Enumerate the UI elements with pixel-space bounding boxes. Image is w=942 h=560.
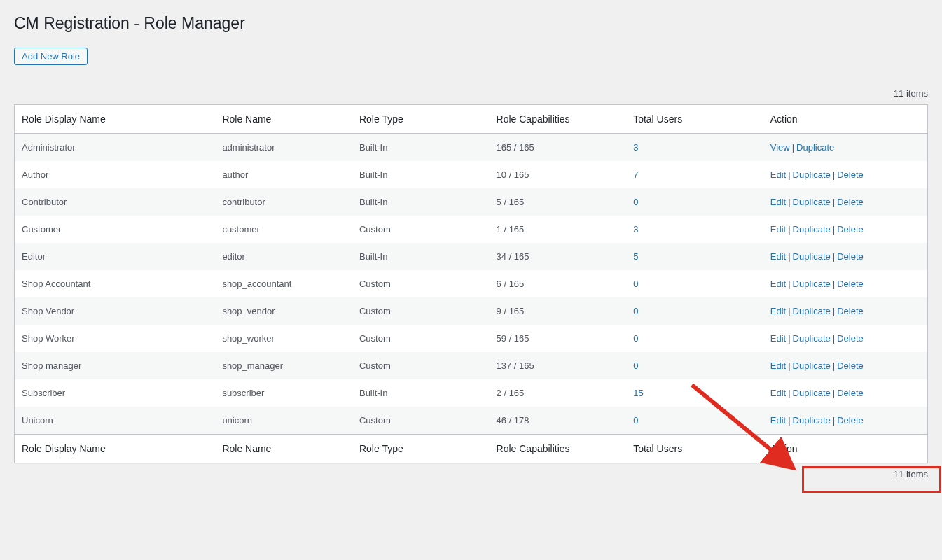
action-separator: | <box>792 142 794 153</box>
table-row: Shop Workershop_workerCustom59 / 1650Edi… <box>15 325 928 352</box>
cell-action: Edit|Duplicate|Delete <box>763 216 928 243</box>
delete-link[interactable]: Delete <box>837 360 864 371</box>
total-users-link[interactable]: 0 <box>633 333 638 344</box>
cell-total-users: 0 <box>626 298 763 325</box>
cell-role-type: Built-In <box>352 379 490 407</box>
footer-role-type[interactable]: Role Type <box>352 434 490 463</box>
duplicate-link[interactable]: Duplicate <box>793 415 831 426</box>
action-separator: | <box>788 415 790 426</box>
cell-role-type: Custom <box>352 325 490 352</box>
action-separator: | <box>833 197 835 207</box>
duplicate-link[interactable]: Duplicate <box>793 279 831 289</box>
total-users-link[interactable]: 0 <box>633 306 638 316</box>
cell-total-users: 7 <box>626 161 763 188</box>
table-row: SubscribersubscriberBuilt-In2 / 16515Edi… <box>15 379 928 407</box>
delete-link[interactable]: Delete <box>837 388 864 398</box>
header-display-name[interactable]: Role Display Name <box>15 104 216 133</box>
delete-link[interactable]: Delete <box>837 224 864 234</box>
duplicate-link[interactable]: Duplicate <box>793 388 831 398</box>
cell-action: Edit|Duplicate|Delete <box>763 352 928 379</box>
footer-role-capabilities[interactable]: Role Capabilities <box>490 434 627 463</box>
header-total-users[interactable]: Total Users <box>626 104 763 133</box>
cell-display-name: Unicorn <box>15 407 216 435</box>
edit-link[interactable]: Edit <box>770 169 786 180</box>
total-users-link[interactable]: 0 <box>633 360 638 371</box>
delete-link[interactable]: Delete <box>837 333 864 344</box>
duplicate-link[interactable]: Duplicate <box>793 360 831 371</box>
total-users-link[interactable]: 3 <box>633 142 638 153</box>
edit-link[interactable]: Edit <box>770 415 786 426</box>
delete-link[interactable]: Delete <box>837 279 864 289</box>
cell-display-name: Contributor <box>15 188 216 216</box>
cell-role-name: author <box>215 161 352 188</box>
cell-action: Edit|Duplicate|Delete <box>763 379 928 407</box>
footer-action[interactable]: Action <box>763 434 928 463</box>
cell-action: Edit|Duplicate|Delete <box>763 188 928 216</box>
footer-display-name[interactable]: Role Display Name <box>15 434 216 463</box>
total-users-link[interactable]: 5 <box>633 251 638 262</box>
header-role-capabilities[interactable]: Role Capabilities <box>490 104 627 133</box>
view-link[interactable]: View <box>770 142 790 153</box>
duplicate-link[interactable]: Duplicate <box>793 333 831 344</box>
table-row: EditoreditorBuilt-In34 / 1655Edit|Duplic… <box>15 243 928 270</box>
cell-role-name: customer <box>215 216 352 243</box>
table-row: ContributorcontributorBuilt-In5 / 1650Ed… <box>15 188 928 216</box>
table-row: UnicornunicornCustom46 / 1780Edit|Duplic… <box>15 407 928 435</box>
action-separator: | <box>788 333 790 344</box>
action-separator: | <box>788 224 790 234</box>
header-action[interactable]: Action <box>763 104 928 133</box>
action-separator: | <box>833 251 835 262</box>
action-separator: | <box>788 279 790 289</box>
action-separator: | <box>788 360 790 371</box>
total-users-link[interactable]: 3 <box>633 224 638 234</box>
delete-link[interactable]: Delete <box>837 197 864 207</box>
total-users-link[interactable]: 0 <box>633 279 638 289</box>
edit-link[interactable]: Edit <box>770 306 786 316</box>
cell-total-users: 0 <box>626 325 763 352</box>
delete-link[interactable]: Delete <box>837 169 864 180</box>
cell-role-type: Built-In <box>352 188 490 216</box>
add-new-role-button[interactable]: Add New Role <box>14 48 88 65</box>
cell-role-capabilities: 46 / 178 <box>490 407 627 435</box>
cell-role-capabilities: 9 / 165 <box>490 298 627 325</box>
total-users-link[interactable]: 7 <box>633 169 638 180</box>
duplicate-link[interactable]: Duplicate <box>793 224 831 234</box>
cell-action: Edit|Duplicate|Delete <box>763 407 928 435</box>
footer-role-name[interactable]: Role Name <box>215 434 352 463</box>
delete-link[interactable]: Delete <box>837 251 864 262</box>
duplicate-link[interactable]: Duplicate <box>796 142 834 153</box>
duplicate-link[interactable]: Duplicate <box>793 169 831 180</box>
footer-total-users[interactable]: Total Users <box>626 434 763 463</box>
cell-role-capabilities: 10 / 165 <box>490 161 627 188</box>
duplicate-link[interactable]: Duplicate <box>793 251 831 262</box>
cell-action: View|Duplicate <box>763 133 928 161</box>
action-separator: | <box>788 169 790 180</box>
edit-link[interactable]: Edit <box>770 388 786 398</box>
cell-role-type: Custom <box>352 216 490 243</box>
action-separator: | <box>833 224 835 234</box>
delete-link[interactable]: Delete <box>837 306 864 316</box>
cell-role-capabilities: 137 / 165 <box>490 352 627 379</box>
cell-display-name: Shop Worker <box>15 325 216 352</box>
header-role-type[interactable]: Role Type <box>352 104 490 133</box>
cell-total-users: 3 <box>626 216 763 243</box>
action-separator: | <box>833 306 835 316</box>
total-users-link[interactable]: 15 <box>633 388 643 398</box>
edit-link[interactable]: Edit <box>770 360 786 371</box>
delete-link[interactable]: Delete <box>837 415 864 426</box>
edit-link[interactable]: Edit <box>770 333 786 344</box>
edit-link[interactable]: Edit <box>770 224 786 234</box>
duplicate-link[interactable]: Duplicate <box>793 197 831 207</box>
duplicate-link[interactable]: Duplicate <box>793 306 831 316</box>
cell-action: Edit|Duplicate|Delete <box>763 161 928 188</box>
cell-action: Edit|Duplicate|Delete <box>763 270 928 298</box>
edit-link[interactable]: Edit <box>770 279 786 289</box>
total-users-link[interactable]: 0 <box>633 415 638 426</box>
cell-role-type: Built-In <box>352 243 490 270</box>
edit-link[interactable]: Edit <box>770 197 786 207</box>
action-separator: | <box>788 251 790 262</box>
cell-role-capabilities: 165 / 165 <box>490 133 627 161</box>
edit-link[interactable]: Edit <box>770 251 786 262</box>
header-role-name[interactable]: Role Name <box>215 104 352 133</box>
total-users-link[interactable]: 0 <box>633 197 638 207</box>
